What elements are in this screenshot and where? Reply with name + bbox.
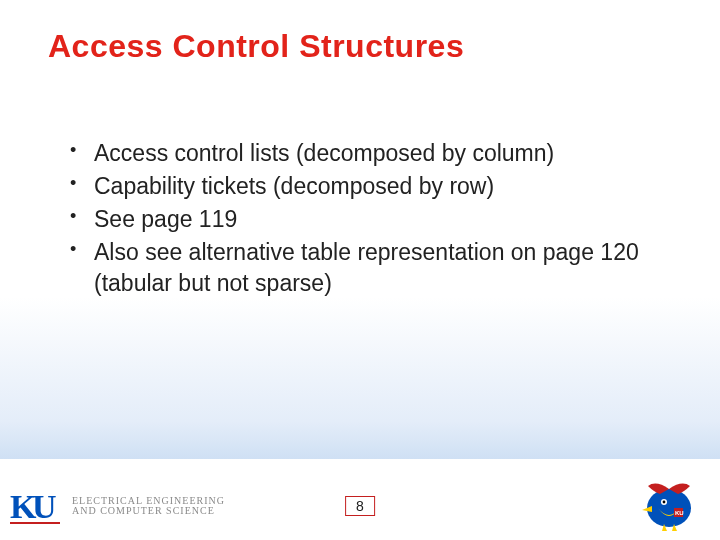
- svg-point-5: [663, 501, 666, 504]
- slide-title: Access Control Structures: [48, 28, 464, 65]
- footer-institution: K U ELECTRICAL ENGINEERING AND COMPUTER …: [10, 484, 225, 528]
- bullet-list: Access control lists (decomposed by colu…: [70, 138, 660, 301]
- svg-text:KU: KU: [675, 510, 684, 516]
- jayhawk-mascot-icon: KU: [634, 474, 704, 532]
- page-number: 8: [345, 496, 375, 516]
- ku-logo-icon: K U: [10, 484, 64, 528]
- svg-point-3: [647, 489, 691, 527]
- svg-rect-2: [10, 522, 60, 524]
- bullet-item: Access control lists (decomposed by colu…: [70, 138, 660, 169]
- bullet-item: Capability tickets (decomposed by row): [70, 171, 660, 202]
- slide: Access Control Structures Access control…: [0, 0, 720, 540]
- department-label: ELECTRICAL ENGINEERING AND COMPUTER SCIE…: [72, 496, 225, 517]
- svg-text:U: U: [32, 488, 57, 525]
- dept-line-2: AND COMPUTER SCIENCE: [72, 506, 225, 517]
- bullet-item: See page 119: [70, 204, 660, 235]
- bullet-item: Also see alternative table representatio…: [70, 237, 660, 299]
